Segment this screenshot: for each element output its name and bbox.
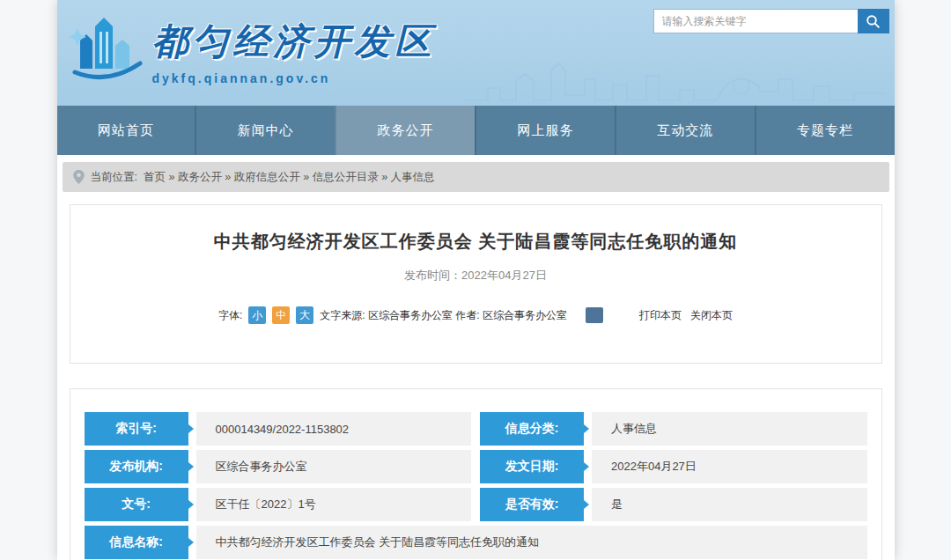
city-skyline-decoration [463, 55, 886, 104]
article-header-panel: 中共都匀经济开发区工作委员会 关于陆昌霞等同志任免职的通知 发布时间：2022年… [70, 204, 882, 364]
table-row: 文号: 区干任〔2022〕1号 是否有效: 是 [85, 488, 867, 521]
info-value-doc-number: 区干任〔2022〕1号 [196, 488, 472, 521]
nav-item-online-services[interactable]: 网上服务 [475, 106, 615, 155]
table-row: 信息名称: 中共都匀经济开发区工作委员会 关于陆昌霞等同志任免职的通知 [85, 526, 867, 559]
search-bar [653, 9, 889, 33]
info-label-index: 索引号: [85, 412, 188, 446]
close-button[interactable]: 关闭本页 [690, 308, 733, 323]
main-content: 中共都匀经济开发区工作委员会 关于陆昌霞等同志任免职的通知 发布时间：2022年… [57, 192, 895, 560]
font-large-button[interactable]: 大 [296, 306, 313, 324]
nav-item-gov-affairs[interactable]: 政务公开 [335, 106, 475, 155]
breadcrumb-label: 当前位置: [91, 170, 137, 185]
page-actions: 打印本页 关闭本页 [639, 308, 733, 323]
font-medium-button[interactable]: 中 [272, 306, 290, 324]
font-small-button[interactable]: 小 [248, 306, 266, 324]
breadcrumb-path[interactable]: 首页 » 政务公开 » 政府信息公开 » 信息公开目录 » 人事信息 [144, 170, 435, 185]
site-logo[interactable]: 都匀经济开发区 dykfq.qiannan.gov.cn [70, 11, 436, 88]
info-value-valid: 是 [592, 488, 867, 521]
table-row: 索引号: 000014349/2022-1153802 信息分类: 人事信息 [85, 412, 867, 446]
site-url: dykfq.qiannan.gov.cn [152, 71, 436, 85]
site-title: 都匀经济开发区 [152, 18, 436, 66]
nav-item-news[interactable]: 新闻中心 [195, 106, 335, 155]
table-row: 发布机构: 区综合事务办公室 发文日期: 2022年04月27日 [85, 450, 867, 483]
article-meta-row: 字体: 小 中 大 文字来源: 区综合事务办公室 作者: 区综合事务办公室 打印… [88, 306, 864, 324]
info-label-title: 信息名称: [85, 526, 188, 559]
publish-time: 发布时间：2022年04月27日 [88, 268, 864, 284]
buildings-logo-icon [70, 11, 145, 88]
info-label-category: 信息分类: [480, 412, 584, 446]
breadcrumb: 当前位置: 首页 » 政务公开 » 政府信息公开 » 信息公开目录 » 人事信息 [63, 162, 889, 192]
info-value-date: 2022年04月27日 [592, 450, 867, 483]
location-pin-icon [73, 170, 85, 184]
font-size-label: 字体: [218, 308, 242, 323]
search-input[interactable] [653, 9, 858, 33]
page-container: 都匀经济开发区 dykfq.qiannan.gov.cn 网站首页 新闻中心 政… [57, 0, 895, 560]
search-button[interactable] [858, 9, 889, 33]
print-button[interactable]: 打印本页 [639, 308, 682, 323]
nav-item-special-topics[interactable]: 专题专栏 [755, 106, 895, 155]
site-header: 都匀经济开发区 dykfq.qiannan.gov.cn [57, 0, 895, 106]
info-value-category: 人事信息 [592, 412, 867, 446]
magnifier-icon [866, 14, 881, 29]
info-table-panel: 索引号: 000014349/2022-1153802 信息分类: 人事信息 发… [70, 388, 882, 560]
info-value-title: 中共都匀经济开发区工作委员会 关于陆昌霞等同志任免职的通知 [196, 526, 867, 559]
info-label-valid: 是否有效: [480, 488, 584, 521]
info-label-date: 发文日期: [480, 450, 584, 483]
info-label-agency: 发布机构: [85, 450, 188, 483]
page-title: 中共都匀经济开发区工作委员会 关于陆昌霞等同志任免职的通知 [88, 230, 864, 254]
share-icon[interactable] [586, 307, 603, 323]
info-label-doc-number: 文号: [85, 488, 188, 521]
site-identity: 都匀经济开发区 dykfq.qiannan.gov.cn [152, 11, 436, 85]
source-author-text: 文字来源: 区综合事务办公室 作者: 区综合事务办公室 [320, 308, 567, 323]
main-nav: 网站首页 新闻中心 政务公开 网上服务 互动交流 专题专栏 [57, 106, 895, 155]
nav-item-interaction[interactable]: 互动交流 [615, 106, 755, 155]
nav-item-home[interactable]: 网站首页 [57, 106, 195, 155]
info-value-agency: 区综合事务办公室 [196, 450, 472, 483]
info-value-index: 000014349/2022-1153802 [196, 412, 472, 446]
